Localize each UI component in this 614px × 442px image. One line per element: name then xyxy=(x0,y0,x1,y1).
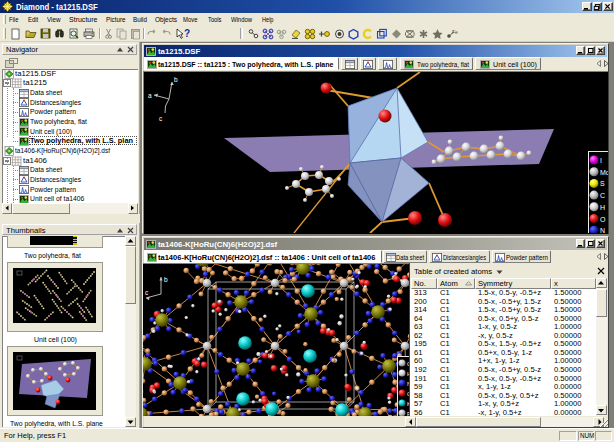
svg-text:b: b xyxy=(174,76,178,83)
svg-text:I: I xyxy=(600,157,602,164)
svg-text:Fe: Fe xyxy=(452,29,458,35)
svg-text:H: H xyxy=(600,203,605,210)
svg-text:S: S xyxy=(600,180,605,187)
svg-text:O: O xyxy=(600,215,606,222)
svg-text:a: a xyxy=(148,92,152,99)
svg-text:N: N xyxy=(600,227,605,233)
svg-text:C: C xyxy=(600,192,605,199)
svg-text:Mo: Mo xyxy=(600,168,608,175)
svg-text:b: b xyxy=(164,276,168,283)
